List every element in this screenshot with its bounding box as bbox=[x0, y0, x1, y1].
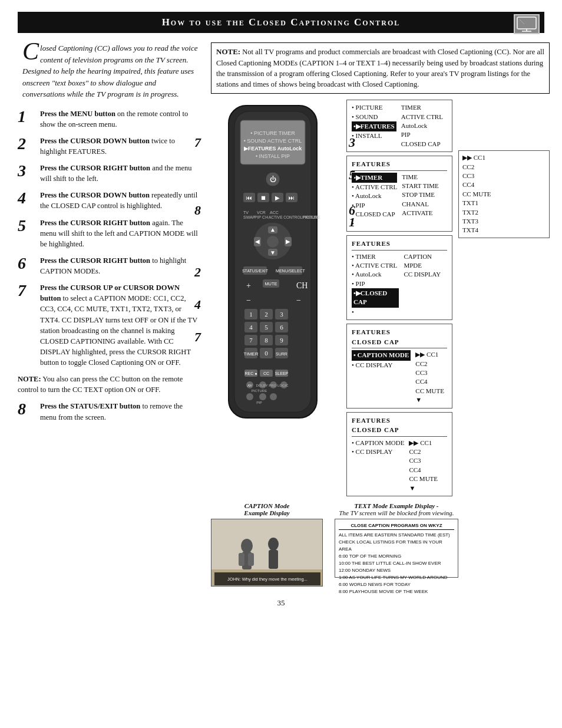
step-1: 1 Press the MENU button on the remote co… bbox=[18, 108, 200, 130]
text-example-box: CLOSE CAPTION PROGRAMS ON WKYZ ALL ITEMS… bbox=[335, 519, 458, 578]
menu-5r-ccmute: CC MUTE bbox=[409, 475, 438, 483]
text-example-sublabel: The TV screen will be blocked from viewi… bbox=[335, 509, 458, 516]
svg-text:⏻: ⏻ bbox=[270, 176, 276, 183]
overlay-2: 2 bbox=[194, 265, 201, 280]
svg-text:JOHN: Why did they move the me: JOHN: Why did they move the meeting... bbox=[227, 577, 308, 582]
menu-box-3: FEATURES • TIMER • ACTIVE CTRL • AutoLoc… bbox=[346, 235, 452, 320]
svg-text:MUTE: MUTE bbox=[265, 281, 277, 286]
step-2: 2 Press the CURSOR DOWN button twice to … bbox=[18, 136, 200, 157]
svg-text:PICTURE: PICTURE bbox=[302, 215, 320, 219]
menu-4-content: • CAPTION MODE • CC DISPLAY ▶▶ CC1 CC2 C… bbox=[352, 350, 447, 404]
caption-svg: JOHN: Why did they move the meeting... bbox=[211, 519, 323, 587]
svg-text:SWAP: SWAP bbox=[243, 215, 256, 219]
svg-text:⏹: ⏹ bbox=[260, 195, 266, 201]
menu-4-title: FEATURESCLOSED CAP bbox=[352, 327, 447, 348]
menu-3-timer: • TIMER bbox=[352, 252, 399, 261]
svg-text:DOLBY PRO LOGIC: DOLBY PRO LOGIC bbox=[256, 384, 289, 387]
step-7-num: 7 bbox=[18, 282, 35, 299]
menu-box-1: • PICTURE • SOUND •▶FEATURES • INSTALL T… bbox=[346, 100, 452, 152]
step-1-text: Press the MENU button on the remote cont… bbox=[40, 108, 200, 130]
svg-text:4: 4 bbox=[249, 324, 253, 331]
menu-5-title: FEATURESCLOSED CAP bbox=[352, 416, 447, 437]
svg-rect-94 bbox=[248, 553, 254, 566]
step-5-num: 5 bbox=[18, 218, 35, 234]
svg-point-84 bbox=[246, 393, 253, 400]
caption-example-label: CAPTION ModeExample Display bbox=[211, 502, 323, 516]
menu-5r-cc2: CC2 bbox=[409, 447, 438, 456]
menu-r-autolock: AutoLock bbox=[401, 121, 443, 130]
step-6-num: 6 bbox=[18, 255, 35, 272]
svg-point-85 bbox=[259, 393, 266, 400]
drop-cap: C bbox=[22, 42, 39, 61]
menu-2-closed: • CLOSED CAP bbox=[352, 210, 397, 219]
menu-r-pip: PIP bbox=[401, 130, 443, 139]
menu-3-left: • TIMER • ACTIVE CTRL • AutoLock • PIP •… bbox=[352, 252, 399, 317]
menu-2r-stop: STOP TIME bbox=[402, 190, 439, 199]
fr-txt2: TXT2 bbox=[462, 208, 546, 217]
menu-2-right: TIME START TIME STOP TIME CHANAL ACTIVAT… bbox=[402, 173, 439, 228]
menu-3-title: FEATURES bbox=[352, 239, 447, 251]
menu-2r-activate: ACTIVATE bbox=[402, 209, 439, 218]
step-6-text: Press the CURSOR RIGHT button to highlig… bbox=[40, 255, 200, 276]
menu-5-right: ▶▶ CC1 CC2 CC3 CC4 CC MUTE ▼ bbox=[409, 439, 438, 493]
overlay-7a: 7 bbox=[194, 135, 201, 150]
overlay-1: 1 bbox=[349, 215, 355, 230]
overlay-7b: 7 bbox=[194, 330, 201, 345]
svg-text:▼: ▼ bbox=[270, 249, 276, 256]
menu-2-title: FEATURES bbox=[352, 159, 447, 171]
svg-text:SURR: SURR bbox=[276, 352, 287, 356]
menu-2r-start: START TIME bbox=[402, 182, 439, 190]
svg-text:PIP: PIP bbox=[256, 401, 262, 404]
step-8: 8 Press the STATUS/EXIT button to remove… bbox=[18, 401, 200, 422]
menu-2-pip: • PIP bbox=[352, 201, 397, 210]
step-3: 3 Press the CURSOR RIGHT button and the … bbox=[18, 163, 200, 184]
svg-text:PICTURE: PICTURE bbox=[252, 389, 267, 393]
intro-text: C losed Captioning (CC) allows you to re… bbox=[18, 42, 200, 100]
steps-list: 1 Press the MENU button on the remote co… bbox=[18, 108, 200, 368]
svg-text:+: + bbox=[246, 281, 251, 290]
fr-txt3: TXT3 bbox=[462, 217, 546, 226]
menu-4r-ccmute: CC MUTE bbox=[415, 387, 444, 396]
menu-3-right: CAPTION MPDE CC DISPLAY bbox=[404, 252, 447, 317]
menu-5r-cc4: CC4 bbox=[409, 466, 438, 475]
menu-4r-cc1: ▶▶ CC1 bbox=[415, 350, 444, 359]
svg-text:MENU/SELECT: MENU/SELECT bbox=[276, 269, 306, 273]
svg-text:−: − bbox=[296, 296, 301, 305]
svg-point-91 bbox=[241, 539, 253, 553]
menu-2r-time: TIME bbox=[402, 173, 439, 182]
step-8-text: Press the STATUS/EXIT button to remove t… bbox=[40, 401, 200, 422]
menu-1-content: • PICTURE • SOUND •▶FEATURES • INSTALL T… bbox=[352, 103, 447, 149]
step-1-num: 1 bbox=[18, 108, 35, 125]
page-header: How to use the Closed Captioning Control bbox=[18, 12, 544, 33]
overlay-4: 4 bbox=[194, 297, 201, 312]
fr-cc4: CC4 bbox=[462, 180, 546, 189]
svg-text:STATUS/EXIT: STATUS/EXIT bbox=[242, 269, 269, 273]
svg-text:⏭: ⏭ bbox=[289, 195, 295, 201]
fr-ccmute: CC MUTE bbox=[462, 190, 546, 199]
menu-3r-caption: CAPTION MPDE bbox=[404, 252, 447, 271]
text-ex-line2: CHECK LOCAL LISTINGS FOR TIMES IN YOUR A… bbox=[339, 539, 454, 553]
step-4: 4 Press the CURSOR DOWN button repeatedl… bbox=[18, 190, 200, 211]
step-4-num: 4 bbox=[18, 190, 35, 206]
svg-text:▶: ▶ bbox=[275, 195, 280, 201]
menu-3-pip: • PIP bbox=[352, 279, 399, 288]
text-example-label: TEXT Mode Example Display - bbox=[335, 502, 458, 509]
menu-4r-down: ▼ bbox=[415, 396, 444, 404]
menu-box-5: FEATURESCLOSED CAP • CAPTION MODE • CC D… bbox=[346, 412, 452, 496]
menu-item-features-hl: •▶FEATURES bbox=[352, 121, 396, 131]
menu-2-dot: • bbox=[352, 219, 397, 228]
menu-item-install: • INSTALL bbox=[352, 131, 396, 140]
menu-item-picture: • PICTURE bbox=[352, 103, 396, 112]
menu-2r-chanal: CHANAL bbox=[402, 200, 439, 209]
svg-text:1: 1 bbox=[249, 311, 253, 318]
svg-text:6: 6 bbox=[280, 324, 283, 331]
menu-4r-cc3: CC3 bbox=[415, 368, 444, 377]
step-4-text: Press the CURSOR DOWN button repeatedly … bbox=[40, 190, 200, 211]
menu-4r-cc2: CC2 bbox=[415, 360, 444, 368]
svg-text:CH: CH bbox=[296, 281, 308, 290]
menu-2-content: •▶TIMER • ACTIVE CTRL • AutoLock • PIP •… bbox=[352, 173, 447, 228]
fr-cc3: CC3 bbox=[462, 172, 546, 180]
svg-text:9: 9 bbox=[280, 337, 283, 344]
svg-rect-93 bbox=[239, 553, 244, 566]
menu-4-caption-hl: • CAPTION MODE bbox=[352, 350, 411, 360]
